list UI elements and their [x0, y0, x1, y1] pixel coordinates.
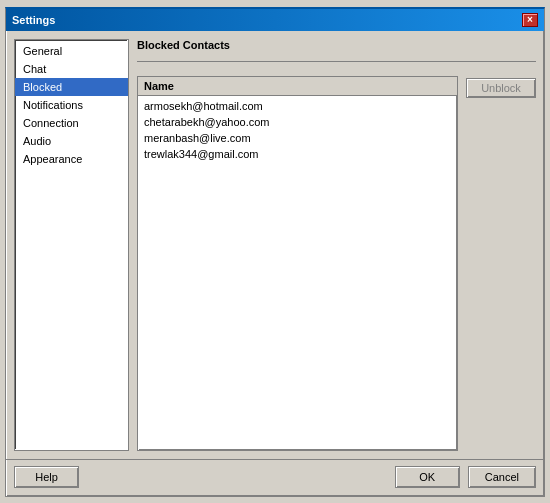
- unblock-btn-area: Unblock: [466, 76, 536, 451]
- cancel-button[interactable]: Cancel: [468, 466, 536, 488]
- window-title: Settings: [12, 14, 55, 26]
- sidebar-item-audio[interactable]: Audio: [15, 132, 128, 150]
- footer-right: OK Cancel: [395, 466, 536, 488]
- list-item[interactable]: armosekh@hotmail.com: [140, 98, 455, 114]
- sidebar-item-appearance[interactable]: Appearance: [15, 150, 128, 168]
- sidebar-item-general[interactable]: General: [15, 42, 128, 60]
- list-header: Name: [138, 77, 457, 96]
- section-divider: [137, 61, 536, 62]
- sidebar-item-notifications[interactable]: Notifications: [15, 96, 128, 114]
- list-item[interactable]: chetarabekh@yahoo.com: [140, 114, 455, 130]
- list-item[interactable]: meranbash@live.com: [140, 130, 455, 146]
- footer: Help OK Cancel: [6, 459, 544, 496]
- list-body[interactable]: armosekh@hotmail.com chetarabekh@yahoo.c…: [138, 96, 457, 450]
- ok-button[interactable]: OK: [395, 466, 460, 488]
- blocked-section: Name armosekh@hotmail.com chetarabekh@ya…: [137, 76, 536, 451]
- sidebar-item-blocked[interactable]: Blocked: [15, 78, 128, 96]
- list-item[interactable]: trewlak344@gmail.com: [140, 146, 455, 162]
- titlebar: Settings ×: [6, 9, 544, 31]
- close-button[interactable]: ×: [522, 13, 538, 27]
- settings-window: Settings × General Chat Blocked Notifica…: [5, 7, 545, 497]
- unblock-button[interactable]: Unblock: [466, 78, 536, 98]
- section-title: Blocked Contacts: [137, 39, 536, 51]
- help-button[interactable]: Help: [14, 466, 79, 488]
- main-panel: Blocked Contacts Name armosekh@hotmail.c…: [137, 39, 536, 451]
- sidebar-item-connection[interactable]: Connection: [15, 114, 128, 132]
- sidebar: General Chat Blocked Notifications Conne…: [14, 39, 129, 451]
- window-content: General Chat Blocked Notifications Conne…: [6, 31, 544, 459]
- sidebar-item-chat[interactable]: Chat: [15, 60, 128, 78]
- blocked-contacts-list: Name armosekh@hotmail.com chetarabekh@ya…: [137, 76, 458, 451]
